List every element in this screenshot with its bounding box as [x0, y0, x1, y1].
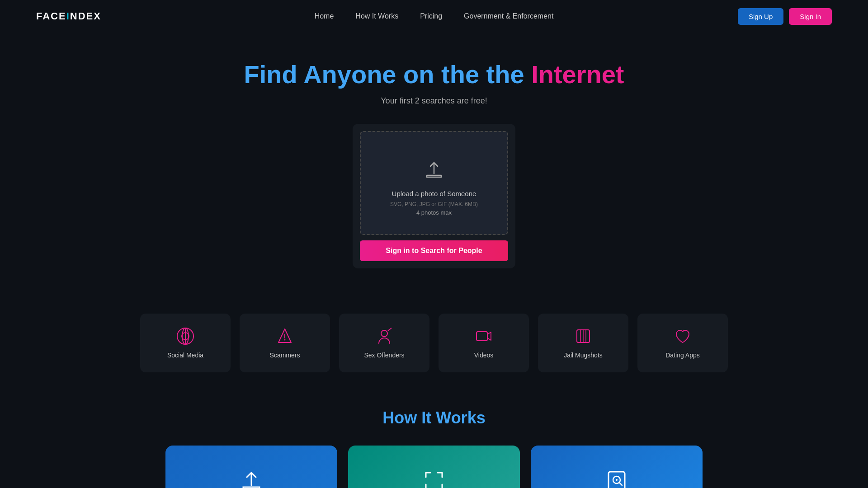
hero-title-blue: Find Anyone on the the	[244, 60, 524, 89]
sex-offenders-icon	[375, 327, 393, 345]
svg-point-15	[616, 479, 618, 481]
svg-point-6	[381, 330, 387, 337]
results-card: Results Get detailed results and links	[531, 446, 703, 488]
jail-mugshots-icon	[574, 327, 592, 345]
svg-line-7	[388, 328, 392, 331]
hero-subtitle: Your first 2 searches are free!	[0, 96, 868, 106]
category-videos[interactable]: Videos	[439, 314, 529, 372]
upload-dropzone[interactable]: Upload a photo of Someone SVG, PNG, JPG …	[360, 131, 508, 235]
search-button[interactable]: Sign in to Search for People	[360, 240, 508, 261]
scan-card: Scan Our AI scans the internet	[348, 446, 520, 488]
signin-button[interactable]: Sign In	[789, 8, 832, 25]
results-card-icon	[604, 468, 629, 488]
nav-pricing[interactable]: Pricing	[420, 12, 442, 20]
logo-text-part1: FACE	[36, 10, 66, 22]
how-it-works-title: How It Works	[36, 408, 832, 427]
videos-icon	[475, 327, 493, 345]
jail-mugshots-label: Jail Mugshots	[564, 352, 603, 359]
social-media-icon	[176, 327, 194, 345]
svg-rect-8	[476, 332, 487, 341]
category-social-media[interactable]: Social Media	[140, 314, 231, 372]
upload-sub-text: SVG, PNG, JPG or GIF (MAX. 6MB)	[370, 201, 498, 207]
category-dating-apps[interactable]: Dating Apps	[637, 314, 728, 372]
categories-section: Social Media Scammers Sex Offenders Vide…	[0, 286, 868, 390]
how-cards: Upload Upload a photo of someone's face …	[36, 446, 832, 488]
navbar: FACEINDEX Home How It Works Pricing Gove…	[0, 0, 868, 33]
dating-apps-icon	[674, 327, 692, 345]
logo: FACEINDEX	[36, 10, 101, 22]
hero-title: Find Anyone on the the Internet	[0, 60, 868, 89]
upload-container: Upload a photo of Someone SVG, PNG, JPG …	[353, 124, 515, 268]
how-it-works-section: How It Works Upload Upload a photo of so…	[0, 390, 868, 488]
nav-government[interactable]: Government & Enforcement	[464, 12, 553, 20]
upload-main-text: Upload a photo of Someone	[370, 190, 498, 197]
upload-card: Upload Upload a photo of someone's face	[165, 446, 337, 488]
nav-buttons: Sign Up Sign In	[738, 8, 832, 25]
svg-point-5	[284, 339, 286, 341]
category-jail-mugshots[interactable]: Jail Mugshots	[538, 314, 628, 372]
logo-text-part2: NDEX	[70, 10, 101, 22]
nav-home[interactable]: Home	[315, 12, 334, 20]
videos-label: Videos	[474, 352, 494, 359]
category-scammers[interactable]: Scammers	[240, 314, 330, 372]
dating-apps-label: Dating Apps	[665, 352, 700, 359]
signup-button[interactable]: Sign Up	[738, 8, 783, 25]
scammers-icon	[276, 327, 294, 345]
upload-card-icon	[239, 468, 264, 488]
logo-text-highlight: I	[66, 10, 70, 22]
hero-title-pink: Internet	[531, 60, 624, 89]
sex-offenders-label: Sex Offenders	[364, 352, 404, 359]
upload-limit-text: 4 photos max	[370, 209, 498, 216]
scammers-label: Scammers	[270, 352, 300, 359]
category-sex-offenders[interactable]: Sex Offenders	[339, 314, 429, 372]
social-media-label: Social Media	[167, 352, 203, 359]
nav-how-it-works[interactable]: How It Works	[355, 12, 398, 20]
nav-links: Home How It Works Pricing Government & E…	[315, 12, 554, 20]
upload-icon	[423, 159, 445, 181]
scan-card-icon	[421, 468, 447, 488]
hero-section: Find Anyone on the the Internet Your fir…	[0, 33, 868, 286]
